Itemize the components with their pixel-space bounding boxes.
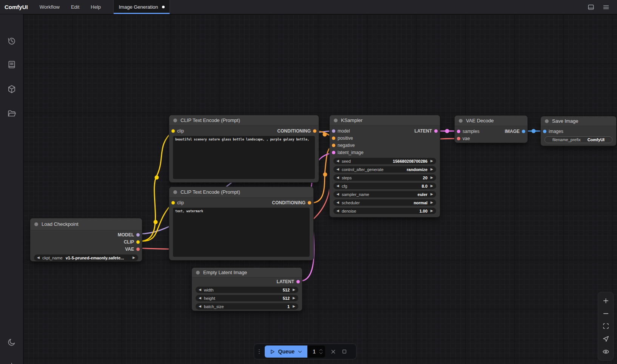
node-load-checkpoint[interactable]: Load Checkpoint MODEL CLIP VAE ◀ ckpt_na… bbox=[30, 218, 142, 261]
input-port-vae[interactable] bbox=[457, 137, 460, 140]
menu-help[interactable]: Help bbox=[85, 0, 106, 14]
sidebar-item-theme-toggle[interactable] bbox=[4, 335, 19, 350]
sidebar-item-settings[interactable] bbox=[4, 359, 19, 364]
sidebar-item-history[interactable] bbox=[4, 34, 19, 49]
increment-arrow-icon[interactable]: ▶ bbox=[430, 184, 433, 188]
chevron-down-icon[interactable] bbox=[297, 349, 303, 355]
collapse-dot[interactable] bbox=[173, 119, 177, 122]
select-mode-button[interactable] bbox=[600, 333, 612, 345]
decrement-arrow-icon[interactable]: ◀ bbox=[199, 288, 201, 292]
input-port-negative[interactable] bbox=[332, 143, 335, 147]
input-port-positive[interactable] bbox=[332, 136, 335, 140]
widget-width[interactable]: ◀ width 512 ▶ bbox=[196, 287, 298, 293]
widget-steps[interactable]: ◀ steps 20 ▶ bbox=[333, 174, 436, 181]
collapse-dot[interactable] bbox=[545, 119, 549, 123]
decrement-arrow-icon[interactable]: ◀ bbox=[199, 296, 201, 300]
queue-button[interactable]: Queue bbox=[265, 345, 308, 358]
widget-control-after-generate[interactable]: ◀ control_after_generate randomize ▶ bbox=[333, 166, 436, 173]
output-port-conditioning[interactable] bbox=[308, 201, 311, 204]
node-header[interactable]: Save Image bbox=[541, 116, 616, 126]
output-port-latent[interactable] bbox=[296, 280, 300, 283]
collapse-dot[interactable] bbox=[459, 119, 463, 123]
decrement-arrow-icon[interactable]: ◀ bbox=[336, 209, 339, 213]
widget-scheduler[interactable]: ◀ scheduler normal ▶ bbox=[333, 199, 436, 206]
prompt-textarea[interactable]: text, watermark bbox=[173, 208, 310, 257]
node-header[interactable]: CLIP Text Encode (Prompt) bbox=[169, 187, 313, 197]
collapse-dot[interactable] bbox=[34, 222, 38, 226]
increment-arrow-icon[interactable]: ▶ bbox=[430, 159, 433, 163]
increment-arrow-icon[interactable]: ▶ bbox=[430, 209, 433, 213]
increment-arrow-icon[interactable]: ▶ bbox=[430, 168, 433, 171]
node-empty-latent-image[interactable]: Empty Latent Image LATENT ◀ width 512 ▶ … bbox=[192, 268, 302, 311]
decrement-arrow-icon[interactable]: ◀ bbox=[336, 184, 339, 188]
output-port-image[interactable] bbox=[522, 130, 525, 133]
node-header[interactable]: VAE Decode bbox=[455, 116, 528, 126]
input-port-samples[interactable] bbox=[457, 130, 460, 133]
input-port-latent-image[interactable] bbox=[332, 151, 335, 154]
node-clip-text-encode-negative[interactable]: CLIP Text Encode (Prompt) clip CONDITION… bbox=[169, 187, 313, 260]
node-ksampler[interactable]: KSampler model LATENT positive negative … bbox=[330, 115, 440, 217]
node-save-image[interactable]: Save Image images filename_prefix ComfyU… bbox=[541, 116, 616, 146]
bottom-panel-toggle-button[interactable] bbox=[585, 2, 597, 13]
node-header[interactable]: Load Checkpoint bbox=[30, 218, 142, 230]
increment-arrow-icon[interactable]: ▶ bbox=[293, 288, 295, 292]
node-header[interactable]: CLIP Text Encode (Prompt) bbox=[169, 115, 319, 126]
zoom-out-button[interactable] bbox=[600, 308, 612, 319]
stop-button[interactable] bbox=[341, 349, 347, 355]
increment-arrow-icon[interactable]: ▶ bbox=[133, 256, 135, 259]
fit-view-button[interactable] bbox=[600, 321, 612, 332]
decrement-arrow-icon[interactable]: ◀ bbox=[199, 305, 201, 308]
input-port-model[interactable] bbox=[332, 129, 335, 133]
menu-workflow[interactable]: Workflow bbox=[34, 0, 65, 14]
widget-seed[interactable]: ◀ seed 156680208700286 ▶ bbox=[333, 158, 436, 164]
output-port-clip[interactable] bbox=[136, 240, 140, 244]
widget-ckpt-name[interactable]: ◀ ckpt_name v1-5-pruned-emaonly.safete..… bbox=[34, 254, 138, 261]
node-vae-decode[interactable]: VAE Decode samples IMAGE vae bbox=[455, 116, 528, 143]
collapse-dot[interactable] bbox=[173, 190, 177, 194]
toggle-link-visibility-button[interactable] bbox=[600, 346, 612, 357]
output-port-model[interactable] bbox=[136, 233, 140, 236]
decrement-arrow-icon[interactable]: ◀ bbox=[336, 168, 339, 171]
sidebar-item-model-library[interactable] bbox=[4, 82, 19, 97]
input-port-images[interactable] bbox=[543, 130, 546, 133]
menu-edit[interactable]: Edit bbox=[65, 0, 85, 14]
widget-filename-prefix[interactable]: filename_prefix ComfyUI bbox=[545, 136, 612, 143]
increment-arrow-icon[interactable]: ▶ bbox=[293, 305, 295, 308]
input-port-clip[interactable] bbox=[171, 129, 175, 133]
sidebar-item-workflows[interactable] bbox=[4, 106, 19, 121]
output-port-vae[interactable] bbox=[136, 247, 140, 251]
clear-queue-button[interactable] bbox=[330, 349, 336, 355]
decrement-arrow-icon[interactable]: ◀ bbox=[336, 159, 339, 163]
output-port-conditioning[interactable] bbox=[313, 129, 316, 133]
widget-batch-size[interactable]: ◀ batch_size 1 ▶ bbox=[196, 303, 298, 310]
tab-image-generation[interactable]: Image Generation bbox=[113, 0, 170, 14]
node-header[interactable]: Empty Latent Image bbox=[192, 268, 302, 278]
widget-cfg[interactable]: ◀ cfg 8.0 ▶ bbox=[333, 183, 436, 189]
node-clip-text-encode-positive[interactable]: CLIP Text Encode (Prompt) clip CONDITION… bbox=[169, 115, 319, 182]
node-header[interactable]: KSampler bbox=[330, 115, 440, 126]
stepper-up-icon[interactable] bbox=[319, 348, 323, 352]
batch-count-input[interactable]: 1 bbox=[307, 345, 325, 358]
decrement-arrow-icon[interactable]: ◀ bbox=[336, 201, 339, 204]
widget-sampler-name[interactable]: ◀ sampler_name euler ▶ bbox=[333, 191, 436, 197]
widget-denoise[interactable]: ◀ denoise 1.00 ▶ bbox=[333, 208, 436, 214]
decrement-arrow-icon[interactable]: ◀ bbox=[336, 193, 339, 196]
increment-arrow-icon[interactable]: ▶ bbox=[430, 201, 433, 204]
collapse-dot[interactable] bbox=[334, 119, 338, 122]
comfyui-logo[interactable]: ComfyUI bbox=[0, 0, 34, 14]
drag-handle[interactable] bbox=[259, 349, 260, 354]
output-port-latent[interactable] bbox=[434, 129, 438, 133]
widget-height[interactable]: ◀ height 512 ▶ bbox=[196, 295, 298, 301]
decrement-arrow-icon[interactable]: ◀ bbox=[336, 176, 339, 179]
node-canvas[interactable] bbox=[23, 14, 617, 364]
collapse-dot[interactable] bbox=[196, 271, 200, 275]
increment-arrow-icon[interactable]: ▶ bbox=[430, 193, 433, 196]
input-port-clip[interactable] bbox=[171, 201, 175, 204]
main-menu-button[interactable] bbox=[600, 2, 612, 13]
sidebar-item-node-library[interactable] bbox=[4, 57, 19, 72]
decrement-arrow-icon[interactable]: ◀ bbox=[37, 256, 40, 259]
zoom-in-button[interactable] bbox=[600, 295, 612, 307]
stepper-down-icon[interactable] bbox=[319, 352, 323, 355]
prompt-textarea[interactable]: beautiful scenery nature glass bottle la… bbox=[173, 136, 315, 179]
increment-arrow-icon[interactable]: ▶ bbox=[430, 176, 433, 179]
